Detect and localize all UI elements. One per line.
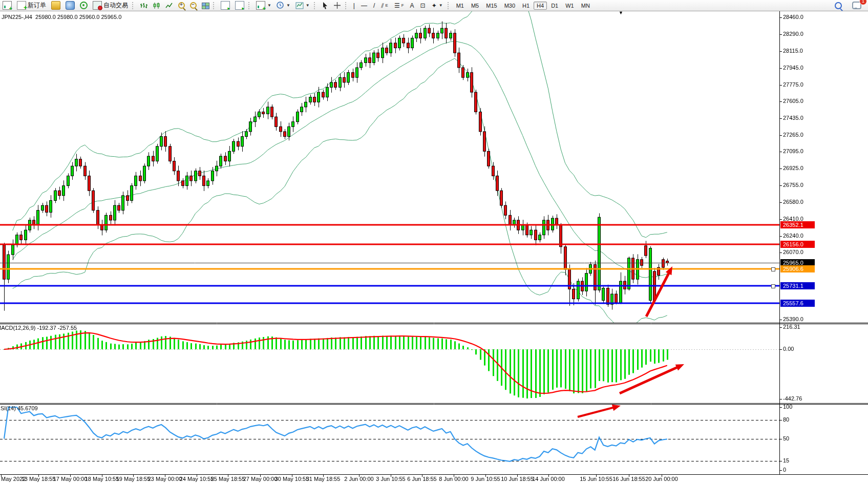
price-axis-tick: 26580.0 bbox=[783, 199, 803, 205]
time-axis-label: 6 Jun 18:55 bbox=[407, 476, 437, 482]
time-axis-label: 25 May 18:55 bbox=[211, 476, 245, 482]
time-axis-label: 8 Jun 00:00 bbox=[439, 476, 469, 482]
price-axis-tick: 27095.0 bbox=[783, 148, 803, 154]
rsi-axis-label: 80 bbox=[783, 416, 789, 423]
price-line-badge: 25906.6 bbox=[780, 265, 815, 272]
price-axis-tick: 27945.0 bbox=[783, 65, 803, 71]
price-axis-tick: 26755.0 bbox=[783, 182, 803, 188]
price-line-badge: 25557.6 bbox=[780, 300, 815, 307]
time-axis-label: 2 Jun 00:00 bbox=[344, 476, 374, 482]
price-axis-tick: 27775.0 bbox=[783, 81, 803, 88]
rsi-axis-label: 0 bbox=[783, 467, 786, 473]
hline-handle[interactable] bbox=[771, 267, 775, 271]
macd-indicator-label: MACD(12,26,9) -192.37 -257.55 bbox=[0, 325, 77, 331]
price-axis-tick: 26925.0 bbox=[783, 165, 803, 171]
time-axis-label: 3 Jun 10:55 bbox=[376, 476, 406, 482]
time-axis-label: 13 May 18:55 bbox=[22, 476, 56, 482]
price-axis-tick: 28460.0 bbox=[783, 14, 803, 20]
rsi-axis-label: 15 bbox=[783, 457, 789, 464]
price-axis-tick: 28290.0 bbox=[783, 31, 803, 37]
macd-axis-label: 216.31 bbox=[783, 324, 800, 330]
time-axis-label: 18 May 10:55 bbox=[85, 476, 119, 482]
time-axis-label: 17 May 00:00 bbox=[53, 476, 88, 482]
chart-canvas[interactable] bbox=[0, 0, 868, 484]
price-axis-tick: 26070.0 bbox=[783, 249, 803, 255]
price-axis-tick: 27265.0 bbox=[783, 132, 803, 138]
price-axis-tick: 28115.0 bbox=[783, 48, 803, 54]
time-axis-label: 24 May 10:55 bbox=[180, 476, 214, 482]
macd-axis-label: -442.76 bbox=[783, 395, 802, 402]
price-line-badge: 26352.1 bbox=[780, 221, 815, 228]
time-axis-label: 9 Jun 10:55 bbox=[471, 476, 500, 482]
time-axis-label: 15 Jun 10:55 bbox=[580, 476, 612, 482]
time-axis-label: 16 Jun 18:55 bbox=[612, 476, 645, 482]
time-axis-label: 31 May 18:55 bbox=[306, 476, 341, 482]
time-axis-label: 19 May 18:55 bbox=[116, 476, 151, 482]
chart-symbol-ohlc-label: JPN225-,H4 25980.0 25980.0 25960.0 25965… bbox=[2, 14, 121, 20]
price-axis-tick: 26240.0 bbox=[783, 233, 803, 239]
rsi-axis-label: 50 bbox=[783, 435, 789, 441]
hline-handle[interactable] bbox=[771, 284, 775, 288]
price-line-badge: 26156.0 bbox=[780, 241, 815, 248]
rsi-axis-label: 100 bbox=[783, 404, 792, 410]
time-axis-label: 20 Jun 00:00 bbox=[645, 476, 678, 482]
rsi-indicator-label: RSI(14) 45.6709 bbox=[0, 405, 38, 411]
time-axis-label: 14 Jun 00:00 bbox=[532, 476, 565, 482]
time-axis-label: 27 May 00:00 bbox=[243, 476, 278, 482]
time-axis-label: 10 Jun 18:55 bbox=[501, 476, 534, 482]
macd-axis-label: 0.00 bbox=[783, 346, 794, 352]
time-axis-label: 23 May 00:00 bbox=[148, 476, 182, 482]
price-axis-tick: 25390.0 bbox=[783, 316, 803, 322]
chart-shift-marker-icon[interactable]: ▼ bbox=[619, 10, 623, 15]
price-line-badge: 25731.1 bbox=[780, 282, 815, 289]
time-axis-label: 30 May 10:55 bbox=[275, 476, 309, 482]
price-axis-tick: 27435.0 bbox=[783, 115, 803, 121]
price-axis-tick: 27605.0 bbox=[783, 98, 803, 104]
mt4-terminal-window: 新订单 自动交易 + − bbox=[0, 0, 868, 484]
